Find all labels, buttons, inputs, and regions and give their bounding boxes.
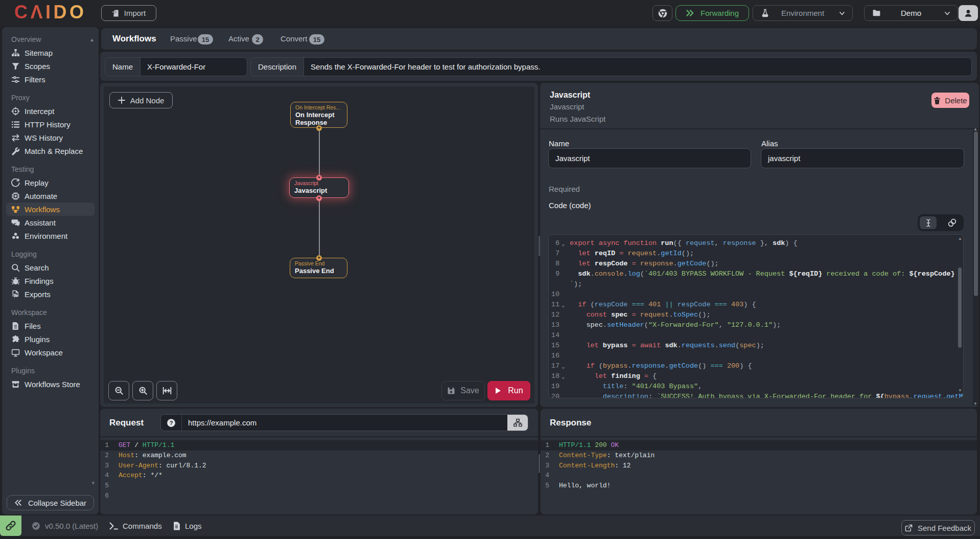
svg-text:?: ? [169, 419, 173, 426]
